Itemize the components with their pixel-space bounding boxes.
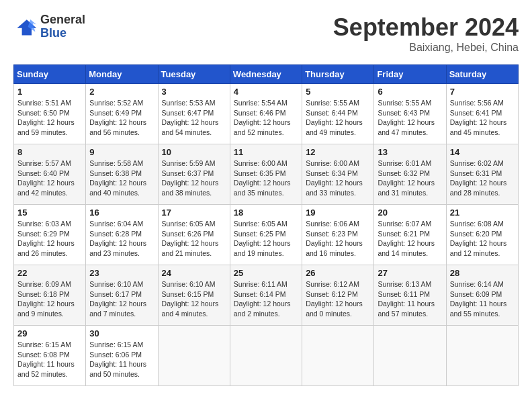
daylight-text: Daylight: 12 hours and 12 minutes. (450, 239, 507, 257)
day-info: Sunrise: 6:00 AM Sunset: 6:35 PM Dayligh… (234, 158, 298, 198)
day-number: 26 (306, 268, 370, 278)
calendar-cell: 18 Sunrise: 6:05 AM Sunset: 6:25 PM Dayl… (230, 205, 302, 265)
calendar-cell: 10 Sunrise: 5:59 AM Sunset: 6:37 PM Dayl… (158, 144, 230, 205)
weekday-header-sunday: Sunday (14, 65, 86, 84)
calendar-cell: 26 Sunrise: 6:12 AM Sunset: 6:12 PM Dayl… (302, 265, 374, 326)
sunrise-text: Sunrise: 5:54 AM (234, 99, 287, 107)
sunrise-text: Sunrise: 6:15 AM (17, 340, 71, 349)
calendar-week-row: 8 Sunrise: 5:57 AM Sunset: 6:40 PM Dayli… (14, 144, 519, 205)
day-number: 17 (162, 208, 226, 218)
day-info: Sunrise: 6:10 AM Sunset: 6:15 PM Dayligh… (162, 279, 226, 319)
sunset-text: Sunset: 6:28 PM (89, 230, 142, 238)
calendar-cell: 8 Sunrise: 5:57 AM Sunset: 6:40 PM Dayli… (14, 144, 86, 205)
sunrise-text: Sunrise: 6:09 AM (17, 280, 71, 288)
day-info: Sunrise: 5:55 AM Sunset: 6:43 PM Dayligh… (378, 98, 442, 138)
sunrise-text: Sunrise: 5:55 AM (378, 99, 431, 107)
daylight-text: Daylight: 12 hours and 28 minutes. (450, 179, 507, 197)
daylight-text: Daylight: 12 hours and 35 minutes. (234, 179, 291, 197)
daylight-text: Daylight: 12 hours and 26 minutes. (17, 239, 75, 257)
calendar-cell: 23 Sunrise: 6:10 AM Sunset: 6:17 PM Dayl… (86, 265, 158, 326)
day-number: 21 (450, 208, 515, 218)
day-number: 7 (450, 87, 515, 97)
sunrise-text: Sunrise: 5:53 AM (162, 99, 216, 107)
calendar-cell (230, 326, 302, 386)
calendar-cell (446, 326, 518, 386)
sunset-text: Sunset: 6:17 PM (89, 290, 142, 298)
calendar-cell (302, 326, 374, 386)
sunset-text: Sunset: 6:23 PM (306, 230, 358, 238)
sunset-text: Sunset: 6:31 PM (450, 169, 502, 177)
sunrise-text: Sunrise: 6:05 AM (162, 220, 216, 228)
daylight-text: Daylight: 11 hours and 50 minutes. (89, 360, 146, 378)
sunrise-text: Sunrise: 6:02 AM (450, 159, 504, 167)
day-info: Sunrise: 6:08 AM Sunset: 6:20 PM Dayligh… (450, 219, 515, 259)
sunset-text: Sunset: 6:37 PM (162, 169, 214, 177)
weekday-header-friday: Friday (374, 65, 446, 84)
daylight-text: Daylight: 12 hours and 45 minutes. (450, 118, 507, 136)
calendar-cell: 11 Sunrise: 6:00 AM Sunset: 6:35 PM Dayl… (230, 144, 302, 205)
sunrise-text: Sunrise: 6:10 AM (89, 280, 143, 288)
logo-text: General Blue (40, 13, 85, 40)
calendar-cell: 21 Sunrise: 6:08 AM Sunset: 6:20 PM Dayl… (446, 205, 518, 265)
weekday-header-saturday: Saturday (446, 65, 518, 84)
sunset-text: Sunset: 6:43 PM (378, 109, 430, 117)
calendar-week-row: 15 Sunrise: 6:03 AM Sunset: 6:29 PM Dayl… (14, 205, 519, 265)
day-info: Sunrise: 6:12 AM Sunset: 6:12 PM Dayligh… (306, 279, 370, 319)
calendar-table: SundayMondayTuesdayWednesdayThursdayFrid… (13, 64, 519, 386)
sunrise-text: Sunrise: 6:13 AM (378, 280, 431, 288)
sunset-text: Sunset: 6:15 PM (162, 290, 214, 298)
sunrise-text: Sunrise: 6:08 AM (450, 220, 504, 228)
logo-general: General (40, 13, 85, 27)
sunrise-text: Sunrise: 6:07 AM (378, 220, 431, 228)
sunset-text: Sunset: 6:18 PM (17, 290, 70, 298)
calendar-cell: 9 Sunrise: 5:58 AM Sunset: 6:38 PM Dayli… (86, 144, 158, 205)
day-info: Sunrise: 6:15 AM Sunset: 6:06 PM Dayligh… (89, 340, 154, 379)
daylight-text: Daylight: 11 hours and 57 minutes. (378, 300, 435, 318)
day-number: 5 (306, 87, 370, 97)
calendar-cell: 14 Sunrise: 6:02 AM Sunset: 6:31 PM Dayl… (446, 144, 518, 205)
sunrise-text: Sunrise: 5:52 AM (89, 99, 143, 107)
daylight-text: Daylight: 12 hours and 16 minutes. (306, 239, 363, 257)
calendar-cell: 29 Sunrise: 6:15 AM Sunset: 6:08 PM Dayl… (14, 326, 86, 386)
calendar-cell: 2 Sunrise: 5:52 AM Sunset: 6:49 PM Dayli… (86, 84, 158, 144)
sunset-text: Sunset: 6:09 PM (450, 290, 502, 298)
day-number: 10 (162, 147, 226, 157)
weekday-header-wednesday: Wednesday (230, 65, 302, 84)
day-info: Sunrise: 6:06 AM Sunset: 6:23 PM Dayligh… (306, 219, 370, 259)
calendar-week-row: 29 Sunrise: 6:15 AM Sunset: 6:08 PM Dayl… (14, 326, 519, 386)
day-number: 22 (17, 268, 82, 278)
day-info: Sunrise: 6:03 AM Sunset: 6:29 PM Dayligh… (17, 219, 82, 259)
calendar-week-row: 1 Sunrise: 5:51 AM Sunset: 6:50 PM Dayli… (14, 84, 519, 144)
calendar-cell: 16 Sunrise: 6:04 AM Sunset: 6:28 PM Dayl… (86, 205, 158, 265)
sunset-text: Sunset: 6:08 PM (17, 351, 70, 359)
sunset-text: Sunset: 6:41 PM (450, 109, 502, 117)
weekday-header-monday: Monday (86, 65, 158, 84)
sunset-text: Sunset: 6:34 PM (306, 169, 358, 177)
sunrise-text: Sunrise: 5:51 AM (17, 99, 71, 107)
calendar-cell: 1 Sunrise: 5:51 AM Sunset: 6:50 PM Dayli… (14, 84, 86, 144)
calendar-cell: 20 Sunrise: 6:07 AM Sunset: 6:21 PM Dayl… (374, 205, 446, 265)
daylight-text: Daylight: 11 hours and 52 minutes. (17, 360, 75, 378)
sunset-text: Sunset: 6:47 PM (162, 109, 214, 117)
day-number: 8 (17, 147, 82, 157)
sunrise-text: Sunrise: 5:55 AM (306, 99, 359, 107)
sunrise-text: Sunrise: 6:15 AM (89, 340, 143, 349)
daylight-text: Daylight: 12 hours and 56 minutes. (89, 118, 146, 136)
sunrise-text: Sunrise: 5:57 AM (17, 159, 71, 167)
sunset-text: Sunset: 6:20 PM (450, 230, 502, 238)
day-number: 16 (89, 208, 154, 218)
sunset-text: Sunset: 6:21 PM (378, 230, 430, 238)
calendar-week-row: 22 Sunrise: 6:09 AM Sunset: 6:18 PM Dayl… (14, 265, 519, 326)
daylight-text: Daylight: 12 hours and 42 minutes. (17, 179, 75, 197)
sunset-text: Sunset: 6:32 PM (378, 169, 430, 177)
sunrise-text: Sunrise: 6:01 AM (378, 159, 431, 167)
calendar-cell: 6 Sunrise: 5:55 AM Sunset: 6:43 PM Dayli… (374, 84, 446, 144)
day-number: 3 (162, 87, 226, 97)
daylight-text: Daylight: 12 hours and 4 minutes. (162, 300, 219, 318)
day-info: Sunrise: 5:56 AM Sunset: 6:41 PM Dayligh… (450, 98, 515, 138)
weekday-header-tuesday: Tuesday (158, 65, 230, 84)
calendar-cell: 3 Sunrise: 5:53 AM Sunset: 6:47 PM Dayli… (158, 84, 230, 144)
calendar-cell (158, 326, 230, 386)
day-info: Sunrise: 6:14 AM Sunset: 6:09 PM Dayligh… (450, 279, 515, 319)
daylight-text: Daylight: 12 hours and 40 minutes. (89, 179, 146, 197)
